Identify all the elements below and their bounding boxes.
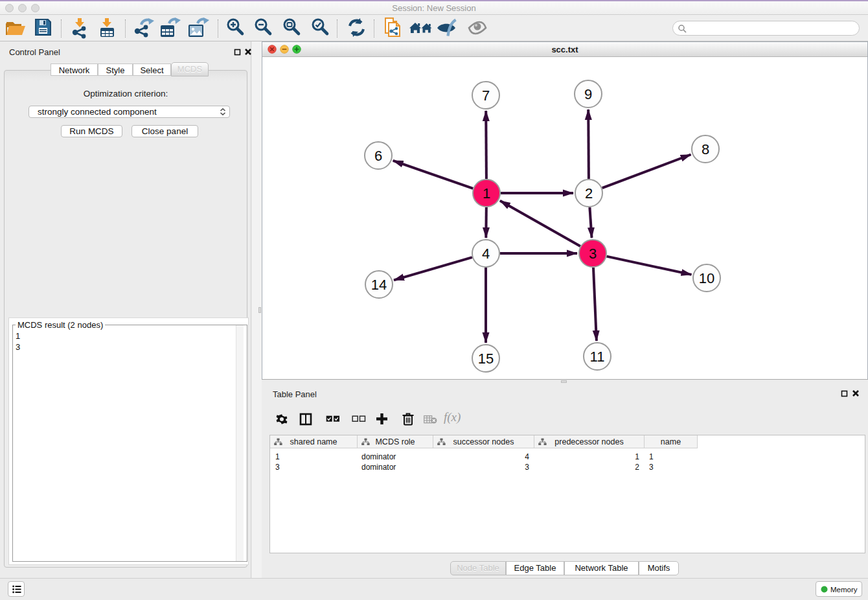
svg-text:6: 6	[374, 148, 382, 164]
svg-text:8: 8	[702, 141, 709, 157]
svg-text:4: 4	[482, 246, 490, 262]
svg-text:2: 2	[585, 185, 593, 202]
svg-text:11: 11	[590, 349, 605, 365]
svg-text:3: 3	[589, 246, 597, 262]
svg-text:15: 15	[478, 351, 494, 367]
svg-text:14: 14	[371, 277, 387, 293]
svg-text:10: 10	[699, 270, 714, 286]
svg-text:7: 7	[482, 87, 490, 104]
svg-text:1: 1	[483, 185, 490, 202]
svg-text:9: 9	[584, 86, 592, 102]
